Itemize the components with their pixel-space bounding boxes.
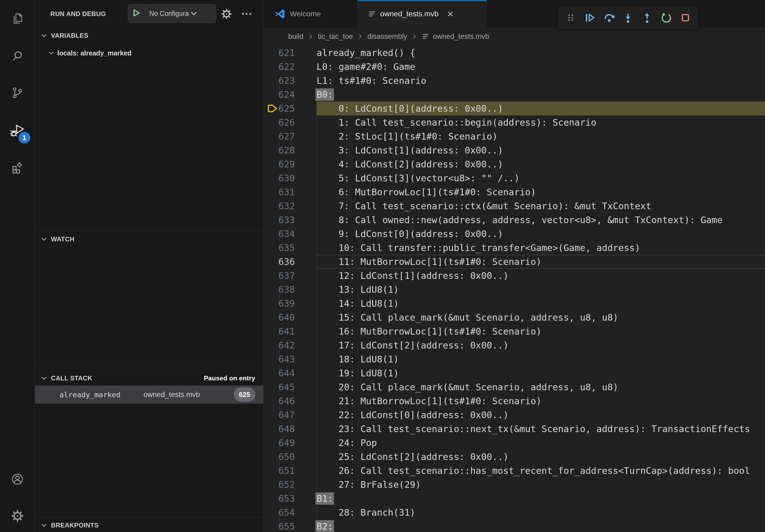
code-text[interactable]: 14: LdU8(1) [317,297,765,311]
settings-button[interactable] [6,505,29,527]
line-number[interactable]: 650 [264,450,317,464]
code-text[interactable]: 3: LdConst[1](address: 0x00..) [317,143,765,157]
line-number[interactable]: 626 [264,116,317,130]
code-text[interactable]: 24: Pop [317,436,765,450]
code-text[interactable]: B1: [317,492,765,505]
line-number[interactable]: 628 [264,143,317,157]
step-over-button[interactable] [600,9,618,27]
line-number[interactable]: 640 [264,311,317,324]
code-text[interactable]: 12: LdConst[1](address: 0x00..) [317,269,765,283]
sidebar-item-source-control[interactable] [6,82,29,104]
line-number[interactable]: 643 [264,352,317,366]
line-number[interactable]: 631 [264,185,317,199]
code-text[interactable]: 17: LdConst[2](address: 0x00..) [317,338,765,352]
debug-settings-gear-button[interactable] [219,6,234,21]
code-text[interactable]: 6: MutBorrowLoc[1](ts#1#0: Scenario) [317,185,765,199]
tab-owned-tests[interactable]: owned_tests.mvb [358,0,487,28]
debug-config-dropdown[interactable]: No Configura [149,10,189,17]
code-text[interactable]: 11: MutBorrowLoc[1](ts#1#0: Scenario) [317,255,765,269]
sidebar-item-search[interactable] [6,45,29,67]
code-text[interactable]: B0: [317,88,765,102]
line-number[interactable]: 649 [264,436,317,450]
line-number[interactable]: 624 [264,88,317,102]
step-out-button[interactable] [638,9,656,27]
section-header-call-stack[interactable]: CALL STACK Paused on entry [35,371,263,386]
close-icon[interactable] [445,9,456,19]
line-number[interactable]: 639 [264,297,317,311]
code-text[interactable]: 1: Call test_scenario::begin(address): S… [317,116,765,130]
code-text[interactable]: 21: MutBorrowLoc[1](ts#1#0: Scenario) [317,394,765,408]
chevron-down-icon[interactable] [189,9,198,18]
line-number[interactable]: 621 [264,46,317,60]
sidebar-item-run-and-debug[interactable]: 1 [6,119,29,141]
code-text[interactable]: B2: [317,519,765,532]
sidebar-item-explorer[interactable] [6,7,29,30]
code-text[interactable]: L0: game#2#0: Game [317,60,765,74]
code-text[interactable]: already_marked() { [317,46,765,60]
code-text[interactable]: 28: Branch(31) [317,505,765,519]
variables-scope-row[interactable]: locals: already_marked [35,46,263,60]
code-text[interactable]: L1: ts#1#0: Scenario [317,74,765,88]
account-button[interactable] [6,468,29,490]
line-number[interactable]: 654 [264,505,317,519]
line-number[interactable]: 641 [264,324,317,338]
call-stack-frame-row[interactable]: already_marked owned_tests.mvb 625 [35,386,263,404]
section-header-breakpoints[interactable]: BREAKPOINTS [35,519,263,532]
line-number[interactable]: 627 [264,130,317,143]
line-number[interactable]: 642 [264,338,317,352]
code-text[interactable]: 13: LdU8(1) [317,283,765,297]
section-header-watch[interactable]: WATCH [35,232,263,246]
code-text[interactable]: 9: LdConst[0](address: 0x00..) [317,227,765,241]
views-more-actions-button[interactable] [239,6,254,21]
code-text[interactable]: 15: Call place_mark(&mut Scenario, addre… [317,311,765,324]
line-number[interactable]: 653 [264,492,317,505]
line-number[interactable]: 622 [264,60,317,74]
code-text[interactable]: 0: LdConst[0](address: 0x00..) [317,102,765,116]
line-number[interactable]: 644 [264,366,317,380]
line-number[interactable]: 637 [264,269,317,283]
code-text[interactable]: 5: LdConst[3](vector<u8>: "" /..) [317,171,765,185]
line-number[interactable]: 633 [264,213,317,227]
line-number[interactable]: 634 [264,227,317,241]
line-number[interactable]: 629 [264,157,317,171]
line-number[interactable]: 636 [264,255,317,269]
restart-button[interactable] [657,9,675,27]
code-text[interactable]: 20: Call place_mark(&mut Scenario, addre… [317,380,765,394]
start-debug-button[interactable] [128,4,146,23]
line-number[interactable]: 648 [264,422,317,436]
code-text[interactable]: 26: Call test_scenario::has_most_recent_… [317,464,765,478]
line-number[interactable]: 632 [264,199,317,213]
code-text[interactable]: 23: Call test_scenario::next_tx(&mut Sce… [317,422,765,436]
code-text[interactable]: 22: LdConst[0](address: 0x00..) [317,408,765,422]
section-header-variables[interactable]: VARIABLES [35,28,263,43]
continue-button[interactable] [581,9,598,27]
breadcrumb-item[interactable]: disassembly [368,32,407,41]
code-text[interactable]: 7: Call test_scenario::ctx(&mut Scenario… [317,199,765,213]
line-number[interactable]: 638 [264,283,317,297]
line-number[interactable]: 625 [264,102,317,116]
code-text[interactable]: 27: BrFalse(29) [317,478,765,492]
stop-button[interactable] [677,9,694,27]
breadcrumb-item[interactable]: tic_tac_toe [318,32,353,41]
code-text[interactable]: 19: LdU8(1) [317,366,765,380]
line-number[interactable]: 635 [264,241,317,255]
code-text[interactable]: 8: Call owned::new(address, address, vec… [317,213,765,227]
code-text[interactable]: 4: LdConst[2](address: 0x00..) [317,157,765,171]
sidebar-item-extensions[interactable] [6,156,29,179]
line-number[interactable]: 655 [264,519,317,532]
line-number[interactable]: 651 [264,464,317,478]
line-number[interactable]: 652 [264,478,317,492]
tab-welcome[interactable]: Welcome [264,0,358,28]
breadcrumb-item[interactable]: build [288,32,304,41]
step-into-button[interactable] [619,9,637,27]
code-text[interactable]: 10: Call transfer::public_transfer<Game>… [317,241,765,255]
code-text[interactable]: 16: MutBorrowLoc[1](ts#1#0: Scenario) [317,324,765,338]
code-text[interactable]: 25: LdConst[2](address: 0x00..) [317,450,765,464]
code-text[interactable]: 18: LdU8(1) [317,352,765,366]
line-number[interactable]: 623 [264,74,317,88]
code-editor[interactable]: 621already_marked() {622L0: game#2#0: Ga… [264,45,765,532]
line-number[interactable]: 630 [264,171,317,185]
code-text[interactable]: 2: StLoc[1](ts#1#0: Scenario) [317,130,765,143]
line-number[interactable]: 646 [264,394,317,408]
breadcrumb-item[interactable]: owned_tests.mvb [433,32,489,41]
